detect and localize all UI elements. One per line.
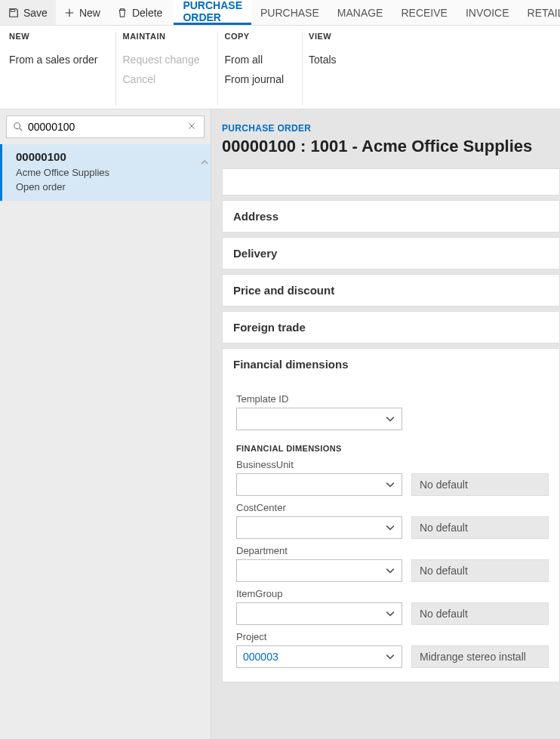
chevron-down-icon[interactable] bbox=[383, 652, 397, 661]
page-header: PURCHASE ORDER 00000100 : 1001 - Acme Of… bbox=[211, 109, 560, 165]
list-item-vendor: Acme Office Supplies bbox=[16, 166, 200, 180]
panel-body: Template ID FINANCIAL DIMENSIONS Busines… bbox=[223, 380, 559, 682]
save-icon bbox=[8, 8, 19, 18]
ribbon-from-all[interactable]: From all bbox=[224, 50, 284, 69]
project-input[interactable] bbox=[243, 651, 383, 663]
ribbon-group-maintain: MAINTAIN Request change Cancel bbox=[122, 32, 218, 106]
panel-address[interactable]: Address bbox=[222, 200, 560, 232]
panel-financial-dimensions: Financial dimensions Template ID FINANCI… bbox=[222, 348, 560, 682]
chevron-down-icon[interactable] bbox=[383, 566, 397, 575]
panel-header: Delivery bbox=[223, 238, 559, 269]
itemgroup-input[interactable] bbox=[243, 608, 383, 620]
scroll-up-icon[interactable] bbox=[200, 156, 209, 168]
save-label: Save bbox=[23, 7, 48, 19]
ribbon-group-title: COPY bbox=[224, 32, 284, 41]
clear-search-icon[interactable] bbox=[187, 122, 198, 132]
panel-blank[interactable] bbox=[222, 168, 560, 196]
svg-point-1 bbox=[14, 123, 20, 129]
list-item[interactable]: 00000100 Acme Office Supplies Open order bbox=[0, 144, 211, 201]
search-box[interactable] bbox=[6, 115, 205, 138]
ribbon: NEW From a sales order MAINTAIN Request … bbox=[0, 26, 560, 109]
panel-header: Price and discount bbox=[223, 275, 559, 306]
tab-invoice[interactable]: INVOICE bbox=[457, 0, 518, 25]
costcenter-desc: No default bbox=[411, 516, 549, 539]
department-combo[interactable] bbox=[236, 559, 402, 582]
tab-retail[interactable]: RETAIL bbox=[518, 0, 560, 25]
search-input[interactable] bbox=[28, 121, 187, 133]
tab-receive[interactable]: RECEIVE bbox=[392, 0, 456, 25]
tab-purchase[interactable]: PURCHASE bbox=[251, 0, 328, 25]
businessunit-desc: No default bbox=[411, 473, 549, 496]
ribbon-group-title: NEW bbox=[9, 32, 97, 41]
ribbon-request-change: Request change bbox=[122, 50, 199, 69]
detail-panel: PURCHASE ORDER 00000100 : 1001 - Acme Of… bbox=[211, 109, 560, 739]
costcenter-input[interactable] bbox=[243, 522, 383, 534]
project-combo[interactable] bbox=[236, 645, 402, 668]
ribbon-group-title: MAINTAIN bbox=[122, 32, 199, 41]
chevron-down-icon[interactable] bbox=[383, 480, 397, 489]
department-input[interactable] bbox=[243, 565, 383, 577]
chevron-down-icon[interactable] bbox=[383, 609, 397, 618]
top-toolbar: Save New Delete PURCHASE ORDER PURCHASE … bbox=[0, 0, 560, 26]
delete-button[interactable]: Delete bbox=[109, 0, 171, 25]
template-id-label: Template ID bbox=[236, 393, 549, 405]
plus-icon bbox=[64, 8, 75, 18]
search-wrap bbox=[0, 109, 211, 141]
list-item-status: Open order bbox=[16, 180, 200, 195]
ribbon-group-copy: COPY From all From journal bbox=[224, 32, 303, 106]
businessunit-combo[interactable] bbox=[236, 473, 402, 496]
template-id-input[interactable] bbox=[243, 413, 383, 425]
page-eyebrow: PURCHASE ORDER bbox=[222, 123, 552, 134]
ribbon-group-new: NEW From a sales order bbox=[9, 32, 116, 106]
body: 00000100 Acme Office Supplies Open order… bbox=[0, 109, 560, 739]
delete-label: Delete bbox=[132, 7, 162, 19]
panel-header[interactable]: Financial dimensions bbox=[223, 349, 559, 380]
action-tabs: PURCHASE ORDER PURCHASE MANAGE RECEIVE I… bbox=[174, 0, 560, 25]
left-panel: 00000100 Acme Office Supplies Open order bbox=[0, 109, 211, 739]
itemgroup-combo[interactable] bbox=[236, 602, 402, 625]
ribbon-group-title: VIEW bbox=[309, 32, 337, 41]
new-label: New bbox=[79, 7, 100, 19]
businessunit-label: BusinessUnit bbox=[236, 459, 549, 470]
costcenter-label: CostCenter bbox=[236, 502, 549, 513]
template-id-combo[interactable] bbox=[236, 408, 402, 430]
chevron-down-icon[interactable] bbox=[383, 414, 397, 423]
ribbon-cancel: Cancel bbox=[122, 69, 199, 89]
result-list: 00000100 Acme Office Supplies Open order bbox=[0, 141, 211, 204]
save-button[interactable]: Save bbox=[0, 0, 56, 25]
panel-header: Foreign trade bbox=[223, 312, 559, 343]
svg-rect-0 bbox=[11, 9, 15, 11]
itemgroup-desc: No default bbox=[411, 602, 549, 625]
panel-delivery[interactable]: Delivery bbox=[222, 237, 560, 269]
new-button[interactable]: New bbox=[56, 0, 109, 25]
ribbon-from-sales-order[interactable]: From a sales order bbox=[9, 50, 97, 69]
list-item-title: 00000100 bbox=[16, 150, 200, 163]
panel-price-discount[interactable]: Price and discount bbox=[222, 274, 560, 306]
panel-header: Address bbox=[223, 201, 559, 232]
department-desc: No default bbox=[411, 559, 549, 582]
project-label: Project bbox=[236, 631, 549, 642]
chevron-down-icon[interactable] bbox=[383, 523, 397, 532]
ribbon-group-view: VIEW Totals bbox=[309, 32, 355, 106]
costcenter-combo[interactable] bbox=[236, 516, 402, 539]
financial-dimensions-section-title: FINANCIAL DIMENSIONS bbox=[236, 444, 549, 453]
project-desc: Midrange stereo install bbox=[411, 645, 549, 668]
search-icon bbox=[13, 122, 23, 132]
trash-icon bbox=[117, 8, 128, 18]
ribbon-from-journal[interactable]: From journal bbox=[224, 69, 284, 89]
page-title: 00000100 : 1001 - Acme Office Supplies bbox=[222, 137, 552, 156]
tab-manage[interactable]: MANAGE bbox=[328, 0, 392, 25]
department-label: Department bbox=[236, 545, 549, 556]
businessunit-input[interactable] bbox=[243, 479, 383, 491]
panel-foreign-trade[interactable]: Foreign trade bbox=[222, 311, 560, 343]
itemgroup-label: ItemGroup bbox=[236, 588, 549, 599]
tab-purchase-order[interactable]: PURCHASE ORDER bbox=[174, 0, 251, 25]
ribbon-totals[interactable]: Totals bbox=[309, 50, 337, 69]
